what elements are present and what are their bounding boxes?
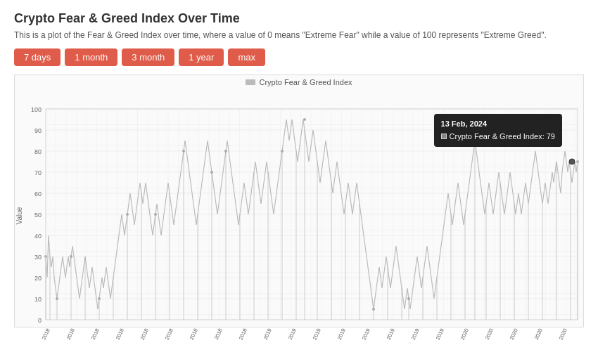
btn-7days[interactable]: 7 days (14, 48, 61, 66)
svg-text:16 Jul, 2018: 16 Jul, 2018 (132, 327, 149, 341)
svg-text:6 May, 2019: 6 May, 2019 (304, 327, 322, 341)
svg-point-79 (473, 139, 476, 142)
svg-text:21 Oct, 2019: 21 Oct, 2019 (402, 327, 421, 341)
svg-text:12 Mar, 2018: 12 Mar, 2018 (57, 327, 76, 341)
svg-text:1 Feb, 2018: 1 Feb, 2018 (34, 327, 51, 341)
svg-point-72 (182, 150, 185, 152)
svg-point-78 (407, 297, 410, 300)
svg-text:29 Jul, 2019: 29 Jul, 2019 (353, 327, 371, 341)
legend-label: Crypto Fear & Greed Index (259, 78, 352, 86)
svg-text:24 Feb, 2020: 24 Feb, 2020 (476, 327, 495, 341)
chart-container: Crypto Fear & Greed Index 100 90 80 70 6… (14, 74, 584, 327)
svg-text:80: 80 (34, 148, 42, 155)
svg-text:10: 10 (34, 296, 42, 303)
svg-text:8 Oct, 2018: 8 Oct, 2018 (182, 327, 199, 341)
svg-point-104 (569, 159, 575, 164)
svg-text:4 Jun, 2018: 4 Jun, 2018 (108, 327, 125, 341)
svg-point-67 (56, 297, 58, 300)
svg-point-68 (70, 255, 72, 258)
svg-text:30: 30 (34, 254, 42, 261)
svg-point-71 (154, 213, 157, 216)
svg-point-75 (281, 150, 284, 152)
svg-text:19 Nov, 2018: 19 Nov, 2018 (205, 327, 224, 341)
svg-text:60: 60 (34, 190, 42, 197)
svg-text:11 Feb, 2019: 11 Feb, 2019 (254, 327, 273, 341)
svg-text:13 Jan, 2020: 13 Jan, 2020 (451, 327, 469, 341)
svg-text:17 Jun, 2019: 17 Jun, 2019 (328, 327, 346, 341)
time-range-buttons: 7 days 1 month 3 month 1 year max (14, 48, 584, 66)
btn-1month[interactable]: 1 month (65, 48, 117, 66)
svg-point-70 (126, 213, 129, 216)
chart-legend: Crypto Fear & Greed Index (15, 75, 583, 88)
svg-text:Value: Value (15, 207, 23, 224)
page-subtitle: This is a plot of the Fear & Greed Index… (14, 30, 584, 40)
svg-text:90: 90 (34, 127, 42, 134)
svg-text:100: 100 (31, 106, 42, 113)
svg-text:6 Apr, 2020: 6 Apr, 2020 (502, 327, 519, 341)
btn-3month[interactable]: 3 month (122, 48, 174, 66)
svg-point-76 (303, 118, 306, 121)
svg-text:2 Dec, 2019: 2 Dec, 2019 (428, 327, 445, 341)
svg-text:40: 40 (34, 233, 42, 240)
svg-text:20: 20 (34, 275, 42, 282)
svg-point-69 (98, 297, 101, 300)
btn-1year[interactable]: 1 year (179, 48, 224, 66)
svg-text:27 Aug, 2018: 27 Aug, 2018 (155, 327, 174, 341)
svg-text:31 Dec, 2018: 31 Dec, 2018 (229, 327, 248, 341)
chart-svg: 100 90 80 70 60 50 40 30 20 10 0 Value (15, 103, 585, 341)
svg-text:9 Sep, 2019: 9 Sep, 2019 (378, 327, 396, 341)
svg-text:0: 0 (38, 317, 42, 324)
legend-color-box (246, 79, 255, 85)
svg-text:50: 50 (34, 212, 42, 219)
page-title: Crypto Fear & Greed Index Over Time (14, 11, 584, 26)
svg-text:70: 70 (34, 169, 42, 176)
svg-point-77 (372, 308, 375, 311)
svg-point-73 (210, 171, 213, 174)
svg-text:29 Jun, 2020: 29 Jun, 2020 (549, 327, 568, 341)
btn-max[interactable]: max (228, 48, 265, 66)
svg-text:25 Mar, 2019: 25 Mar, 2019 (279, 327, 298, 341)
svg-text:18 May, 2020: 18 May, 2020 (525, 327, 544, 341)
svg-text:23 Apr, 2018: 23 Apr, 2018 (82, 327, 101, 341)
svg-point-74 (224, 150, 227, 152)
